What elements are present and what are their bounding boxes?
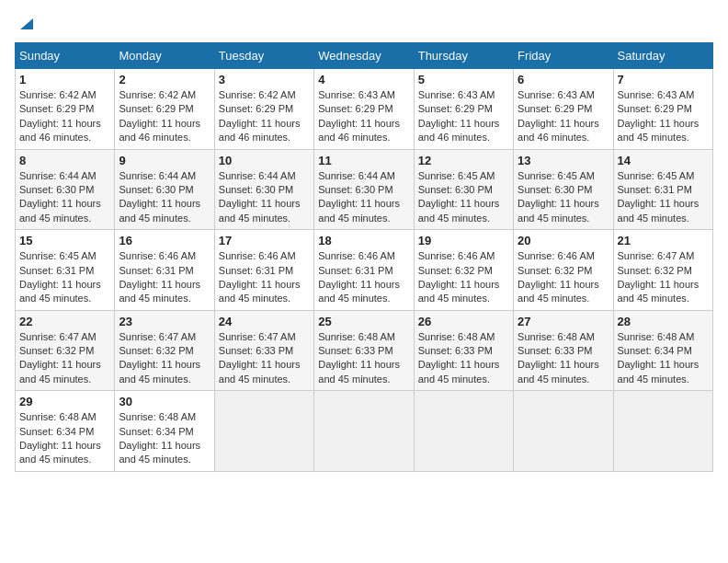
- sunset-label: Sunset: 6:34 PM: [119, 426, 193, 437]
- calendar-cell: 7 Sunrise: 6:43 AM Sunset: 6:29 PM Dayli…: [613, 69, 712, 150]
- calendar-cell: 26 Sunrise: 6:48 AM Sunset: 6:33 PM Dayl…: [414, 310, 513, 391]
- day-info: Sunrise: 6:43 AM Sunset: 6:29 PM Dayligh…: [518, 88, 609, 145]
- day-number: 13: [518, 154, 609, 167]
- calendar-cell: 18 Sunrise: 6:46 AM Sunset: 6:31 PM Dayl…: [314, 230, 414, 311]
- day-info: Sunrise: 6:42 AM Sunset: 6:29 PM Dayligh…: [119, 88, 210, 145]
- daylight-label: Daylight: 11 hours and 45 minutes.: [119, 198, 200, 223]
- sunset-label: Sunset: 6:30 PM: [518, 184, 592, 195]
- sunrise-label: Sunrise: 6:47 AM: [19, 331, 97, 342]
- sunset-label: Sunset: 6:33 PM: [219, 345, 293, 356]
- calendar-cell: 30 Sunrise: 6:48 AM Sunset: 6:34 PM Dayl…: [115, 391, 214, 472]
- day-info: Sunrise: 6:47 AM Sunset: 6:32 PM Dayligh…: [19, 330, 110, 387]
- sunset-label: Sunset: 6:30 PM: [318, 184, 392, 195]
- day-info: Sunrise: 6:46 AM Sunset: 6:31 PM Dayligh…: [318, 249, 409, 306]
- daylight-label: Daylight: 11 hours and 45 minutes.: [318, 198, 400, 223]
- sunset-label: Sunset: 6:32 PM: [418, 265, 493, 276]
- calendar-week-row: 29 Sunrise: 6:48 AM Sunset: 6:34 PM Dayl…: [16, 391, 713, 472]
- calendar-cell: [214, 391, 313, 472]
- sunrise-label: Sunrise: 6:45 AM: [618, 170, 695, 181]
- sunset-label: Sunset: 6:34 PM: [19, 426, 94, 437]
- sunrise-label: Sunrise: 6:44 AM: [119, 170, 196, 181]
- logo: [15, 15, 33, 35]
- day-info: Sunrise: 6:43 AM Sunset: 6:29 PM Dayligh…: [418, 88, 509, 145]
- sunset-label: Sunset: 6:31 PM: [318, 265, 392, 276]
- sunrise-label: Sunrise: 6:48 AM: [418, 331, 495, 342]
- sunrise-label: Sunrise: 6:48 AM: [19, 411, 97, 422]
- calendar-cell: 8 Sunrise: 6:44 AM Sunset: 6:30 PM Dayli…: [16, 149, 115, 230]
- calendar-cell: [613, 391, 712, 472]
- daylight-label: Daylight: 11 hours and 45 minutes.: [119, 440, 200, 465]
- day-number: 20: [518, 234, 609, 247]
- day-number: 14: [618, 154, 709, 167]
- calendar-cell: 2 Sunrise: 6:42 AM Sunset: 6:29 PM Dayli…: [115, 69, 214, 150]
- calendar-cell: 1 Sunrise: 6:42 AM Sunset: 6:29 PM Dayli…: [16, 69, 115, 150]
- calendar-cell: 23 Sunrise: 6:47 AM Sunset: 6:32 PM Dayl…: [115, 310, 214, 391]
- day-info: Sunrise: 6:48 AM Sunset: 6:33 PM Dayligh…: [318, 330, 409, 387]
- day-number: 23: [119, 315, 210, 328]
- sunrise-label: Sunrise: 6:46 AM: [119, 250, 196, 261]
- day-number: 25: [318, 315, 409, 328]
- daylight-label: Daylight: 11 hours and 45 minutes.: [119, 359, 200, 384]
- day-number: 4: [318, 73, 409, 86]
- calendar-cell: 11 Sunrise: 6:44 AM Sunset: 6:30 PM Dayl…: [314, 149, 414, 230]
- daylight-label: Daylight: 11 hours and 45 minutes.: [618, 279, 700, 304]
- day-info: Sunrise: 6:44 AM Sunset: 6:30 PM Dayligh…: [219, 169, 310, 226]
- day-number: 15: [19, 234, 110, 247]
- sunset-label: Sunset: 6:31 PM: [19, 265, 94, 276]
- sunset-label: Sunset: 6:30 PM: [219, 184, 293, 195]
- day-number: 26: [418, 315, 509, 328]
- day-info: Sunrise: 6:48 AM Sunset: 6:34 PM Dayligh…: [618, 330, 709, 387]
- sunrise-label: Sunrise: 6:48 AM: [119, 411, 196, 422]
- daylight-label: Daylight: 11 hours and 45 minutes.: [518, 198, 599, 223]
- daylight-label: Daylight: 11 hours and 45 minutes.: [19, 279, 101, 304]
- sunrise-label: Sunrise: 6:42 AM: [19, 89, 97, 100]
- day-info: Sunrise: 6:44 AM Sunset: 6:30 PM Dayligh…: [119, 169, 210, 226]
- daylight-label: Daylight: 11 hours and 45 minutes.: [19, 359, 101, 384]
- calendar-cell: 19 Sunrise: 6:46 AM Sunset: 6:32 PM Dayl…: [414, 230, 513, 311]
- day-number: 29: [19, 395, 110, 408]
- calendar-week-row: 22 Sunrise: 6:47 AM Sunset: 6:32 PM Dayl…: [16, 310, 713, 391]
- sunrise-label: Sunrise: 6:43 AM: [318, 89, 395, 100]
- day-info: Sunrise: 6:47 AM Sunset: 6:32 PM Dayligh…: [119, 330, 210, 387]
- calendar-week-row: 1 Sunrise: 6:42 AM Sunset: 6:29 PM Dayli…: [16, 69, 713, 150]
- sunset-label: Sunset: 6:30 PM: [19, 184, 94, 195]
- day-info: Sunrise: 6:46 AM Sunset: 6:32 PM Dayligh…: [418, 249, 509, 306]
- day-info: Sunrise: 6:44 AM Sunset: 6:30 PM Dayligh…: [19, 169, 110, 226]
- calendar-cell: 27 Sunrise: 6:48 AM Sunset: 6:33 PM Dayl…: [514, 310, 613, 391]
- day-info: Sunrise: 6:44 AM Sunset: 6:30 PM Dayligh…: [318, 169, 409, 226]
- sunrise-label: Sunrise: 6:47 AM: [119, 331, 196, 342]
- sunset-label: Sunset: 6:31 PM: [119, 265, 193, 276]
- calendar-cell: 28 Sunrise: 6:48 AM Sunset: 6:34 PM Dayl…: [613, 310, 712, 391]
- calendar-cell: 10 Sunrise: 6:44 AM Sunset: 6:30 PM Dayl…: [214, 149, 313, 230]
- day-info: Sunrise: 6:42 AM Sunset: 6:29 PM Dayligh…: [19, 88, 110, 145]
- sunrise-label: Sunrise: 6:45 AM: [418, 170, 495, 181]
- day-info: Sunrise: 6:46 AM Sunset: 6:32 PM Dayligh…: [518, 249, 609, 306]
- day-number: 2: [119, 73, 210, 86]
- day-number: 8: [19, 154, 110, 167]
- day-info: Sunrise: 6:46 AM Sunset: 6:31 PM Dayligh…: [219, 249, 310, 306]
- sunset-label: Sunset: 6:30 PM: [418, 184, 493, 195]
- day-info: Sunrise: 6:42 AM Sunset: 6:29 PM Dayligh…: [219, 88, 310, 145]
- sunrise-label: Sunrise: 6:46 AM: [219, 250, 296, 261]
- calendar-cell: 20 Sunrise: 6:46 AM Sunset: 6:32 PM Dayl…: [514, 230, 613, 311]
- sunrise-label: Sunrise: 6:48 AM: [318, 331, 395, 342]
- calendar-cell: 13 Sunrise: 6:45 AM Sunset: 6:30 PM Dayl…: [514, 149, 613, 230]
- weekday-header-wednesday: Wednesday: [314, 43, 414, 69]
- calendar-cell: 3 Sunrise: 6:42 AM Sunset: 6:29 PM Dayli…: [214, 69, 313, 150]
- sunset-label: Sunset: 6:29 PM: [418, 103, 493, 114]
- calendar-cell: 12 Sunrise: 6:45 AM Sunset: 6:30 PM Dayl…: [414, 149, 513, 230]
- day-number: 19: [418, 234, 509, 247]
- day-number: 3: [219, 73, 310, 86]
- logo-triangle-icon: [17, 15, 33, 31]
- day-info: Sunrise: 6:48 AM Sunset: 6:34 PM Dayligh…: [19, 410, 110, 467]
- day-number: 16: [119, 234, 210, 247]
- sunrise-label: Sunrise: 6:47 AM: [618, 250, 695, 261]
- sunset-label: Sunset: 6:29 PM: [119, 103, 193, 114]
- sunset-label: Sunset: 6:29 PM: [518, 103, 592, 114]
- sunset-label: Sunset: 6:29 PM: [618, 103, 692, 114]
- sunrise-label: Sunrise: 6:43 AM: [518, 89, 595, 100]
- day-number: 17: [219, 234, 310, 247]
- day-number: 27: [518, 315, 609, 328]
- day-number: 24: [219, 315, 310, 328]
- day-number: 11: [318, 154, 409, 167]
